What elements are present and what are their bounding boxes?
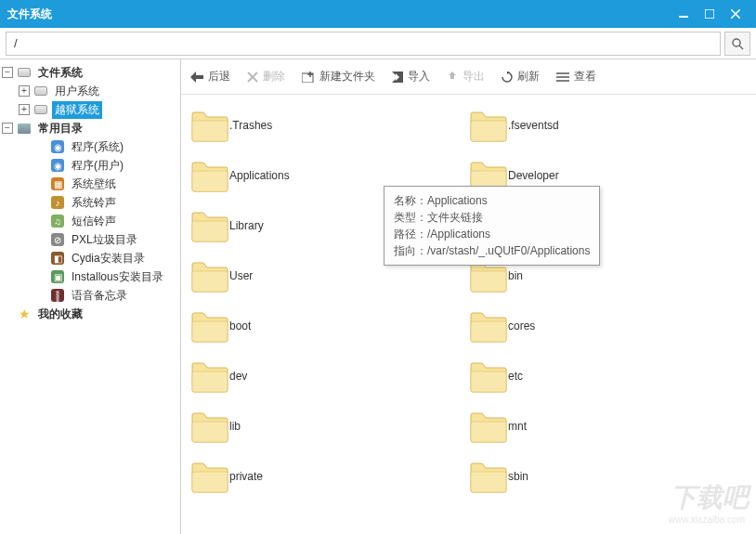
folder-icon	[469, 409, 508, 444]
folder-item[interactable]: etc	[469, 355, 729, 397]
folder-icon	[469, 108, 508, 143]
refresh-icon	[502, 72, 513, 83]
folder-icon	[190, 459, 229, 494]
file-name: User	[229, 269, 253, 282]
maximize-button[interactable]	[697, 5, 723, 23]
view-button[interactable]: 查看	[556, 69, 596, 85]
file-name: dev	[229, 370, 247, 383]
sidebar-item[interactable]: ▦系统壁纸	[0, 175, 180, 193]
folder-item[interactable]: .Trashes	[190, 104, 450, 147]
disk-icon	[33, 84, 48, 98]
toolbar: 后退 删除 新建文件夹 导入 导出 刷新 查看	[181, 59, 756, 95]
close-button[interactable]	[723, 5, 749, 23]
file-name: Developer	[508, 169, 559, 182]
new-folder-button[interactable]: 新建文件夹	[302, 69, 375, 85]
file-name: boot	[229, 319, 251, 332]
path-input[interactable]	[6, 32, 721, 56]
folder-icon	[190, 208, 229, 243]
folder-icon	[190, 158, 229, 193]
folder-item[interactable]: mnt	[469, 405, 729, 448]
search-button[interactable]	[724, 32, 750, 56]
file-name: .Trashes	[229, 119, 272, 132]
file-name: sbin	[508, 470, 528, 483]
folder-item[interactable]: .fseventsd	[469, 104, 729, 147]
folder-item[interactable]: boot	[190, 305, 450, 347]
export-icon	[447, 72, 458, 83]
expand-icon[interactable]: +	[19, 85, 30, 97]
sidebar-item[interactable]: ♪系统铃声	[0, 193, 180, 212]
export-button: 导出	[447, 69, 485, 85]
folder-item[interactable]: dev	[190, 355, 450, 397]
star-icon: ★	[17, 306, 32, 321]
sidebar-item[interactable]: ▣Installous安装目录	[0, 267, 180, 286]
folder-item[interactable]: sbin	[469, 455, 729, 498]
tree-root-filesystem[interactable]: − 文件系统	[0, 63, 180, 82]
sidebar-item[interactable]: ║语音备忘录	[0, 286, 180, 305]
tree-label: 我的收藏	[35, 306, 85, 323]
sidebar-item[interactable]: ◧Cydia安装目录	[0, 249, 180, 267]
sidebar-item[interactable]: ◉程序(系统)	[0, 137, 180, 156]
folder-icon	[469, 459, 508, 494]
import-button[interactable]: 导入	[392, 69, 430, 85]
refresh-button[interactable]: 刷新	[502, 69, 540, 85]
expand-icon[interactable]: +	[19, 104, 30, 115]
folder-icon	[469, 308, 508, 344]
file-name: bin	[508, 269, 523, 282]
x-icon	[247, 72, 258, 83]
collapse-icon[interactable]: −	[2, 67, 13, 78]
svg-point-4	[733, 39, 740, 46]
file-name: cores	[508, 319, 535, 332]
tree-user-system[interactable]: + 用户系统	[0, 82, 180, 100]
folder-item[interactable]: lib	[190, 405, 450, 448]
folder-icon	[190, 358, 229, 394]
address-bar	[0, 28, 756, 59]
file-name: lib	[229, 420, 241, 433]
svg-rect-1	[705, 9, 714, 19]
file-name: private	[229, 470, 263, 483]
folder-item[interactable]: cores	[469, 305, 729, 347]
tree-label: 文件系统	[35, 64, 85, 82]
file-name: .fseventsd	[508, 119, 559, 132]
watermark-url: www.xiazaiba.com	[669, 514, 745, 525]
arrow-left-icon	[190, 72, 203, 83]
svg-rect-0	[679, 16, 688, 18]
disk-icon	[17, 65, 32, 80]
folder-icon	[17, 121, 32, 136]
titlebar: 文件系统	[0, 0, 756, 28]
file-name: Library	[229, 219, 264, 232]
svg-line-5	[739, 46, 743, 49]
view-icon	[556, 72, 569, 82]
folder-item[interactable]: private	[190, 455, 450, 498]
file-name: mnt	[508, 420, 527, 433]
folder-icon	[190, 108, 229, 143]
tree-label: 用户系统	[52, 83, 102, 100]
folder-icon	[190, 258, 229, 293]
disk-icon	[33, 102, 48, 117]
delete-button: 删除	[247, 69, 285, 85]
window-title: 文件系统	[7, 7, 52, 22]
new-folder-icon	[302, 72, 315, 83]
tree-label: 常用目录	[35, 120, 85, 137]
search-icon	[731, 37, 744, 50]
tree-favorites[interactable]: ★ 我的收藏	[0, 305, 180, 323]
sidebar-item[interactable]: ♫短信铃声	[0, 212, 180, 230]
minimize-button[interactable]	[671, 5, 697, 23]
file-name: Applications	[229, 169, 290, 182]
sidebar-item[interactable]: ⊘PXL垃圾目录	[0, 230, 180, 249]
collapse-icon[interactable]: −	[2, 123, 13, 134]
tree-common-dirs[interactable]: − 常用目录	[0, 119, 180, 137]
tree-jailbreak-system[interactable]: + 越狱系统	[0, 100, 180, 119]
folder-icon	[469, 358, 508, 394]
tooltip: 名称：Applications 类型：文件夹链接 路径：/Application…	[384, 186, 600, 266]
file-name: etc	[508, 370, 523, 383]
import-icon	[392, 72, 403, 83]
back-button[interactable]: 后退	[190, 69, 230, 85]
sidebar: − 文件系统 + 用户系统 + 越狱系统 − 常用目录 ◉程序(系统) ◉程序(…	[0, 59, 181, 534]
file-list: .Trashes.fseventsdApplicationsDeveloperL…	[181, 95, 756, 534]
folder-icon	[190, 409, 229, 444]
tree-label: 越狱系统	[52, 101, 102, 119]
sidebar-item[interactable]: ◉程序(用户)	[0, 156, 180, 175]
folder-icon	[190, 308, 229, 344]
